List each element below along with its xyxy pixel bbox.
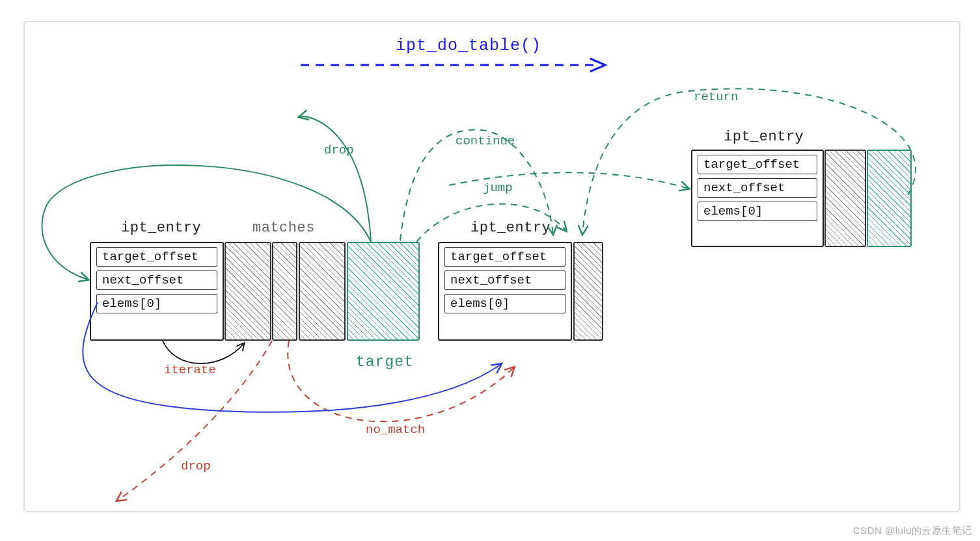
edge-drop-bottom: drop (181, 459, 211, 473)
entry1-match1 (225, 242, 271, 341)
edge-no-match: no_match (366, 423, 425, 437)
edge-continue: continue (456, 134, 515, 148)
entry1-match2 (272, 242, 297, 341)
entry1-field-target-offset: target_offset (96, 247, 217, 267)
edge-return: return (694, 90, 738, 104)
entry3-target (867, 150, 912, 247)
function-name: ipt_do_table() (396, 36, 541, 55)
entry2-match1 (573, 242, 603, 341)
entry1-title: ipt_entry (121, 220, 201, 236)
entry3-box: target_offset next_offset elems[0] (691, 150, 824, 247)
entry2-title: ipt_entry (470, 220, 551, 236)
edge-jump: jump (483, 181, 513, 195)
matches-label: matches (252, 220, 315, 236)
entry3-title: ipt_entry (724, 129, 804, 145)
entry3-match1 (824, 150, 866, 247)
target-label: target (356, 354, 414, 371)
entry3-field-target-offset: target_offset (698, 155, 817, 174)
entry2-box: target_offset next_offset elems[0] (438, 242, 572, 341)
edge-iterate: iterate (164, 363, 216, 377)
entry1-target (347, 242, 420, 341)
entry1-field-elems0: elems[0] (96, 294, 217, 313)
edge-drop-top: drop (324, 143, 354, 157)
entry3-field-next-offset: next_offset (698, 178, 817, 198)
flow-arrow-main (301, 56, 613, 75)
watermark: CSDN @lulu的云原生笔记 (853, 525, 972, 537)
entry2-field-elems0: elems[0] (444, 294, 565, 313)
entry1-match3 (299, 242, 346, 341)
entry1-field-next-offset: next_offset (96, 270, 217, 290)
entry3-field-elems0: elems[0] (698, 202, 817, 221)
entry2-field-target-offset: target_offset (444, 247, 565, 267)
entry2-field-next-offset: next_offset (444, 270, 565, 290)
entry1-box: target_offset next_offset elems[0] (90, 242, 224, 341)
